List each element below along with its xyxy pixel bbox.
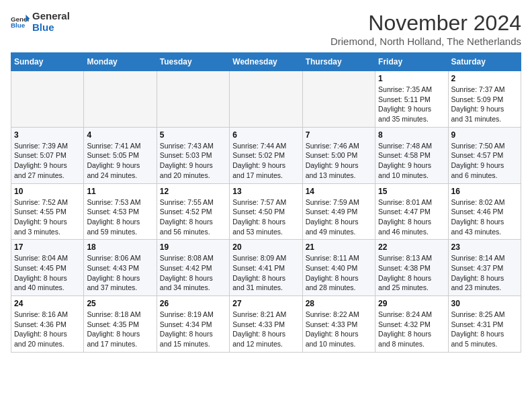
day-info: Sunrise: 7:53 AM Sunset: 4:53 PM Dayligh… xyxy=(87,197,153,237)
day-info: Sunrise: 7:35 AM Sunset: 5:11 PM Dayligh… xyxy=(378,85,445,124)
week-row-3: 10Sunrise: 7:52 AM Sunset: 4:55 PM Dayli… xyxy=(11,183,521,240)
cell-week4-day3: 20Sunrise: 8:09 AM Sunset: 4:41 PM Dayli… xyxy=(230,240,302,296)
day-number: 28 xyxy=(306,299,372,308)
cell-week3-day5: 15Sunrise: 8:01 AM Sunset: 4:47 PM Dayli… xyxy=(375,183,448,240)
cell-week3-day4: 14Sunrise: 7:59 AM Sunset: 4:49 PM Dayli… xyxy=(302,183,375,240)
week-row-5: 24Sunrise: 8:16 AM Sunset: 4:36 PM Dayli… xyxy=(11,296,521,353)
day-number: 15 xyxy=(378,187,445,196)
day-info: Sunrise: 7:55 AM Sunset: 4:52 PM Dayligh… xyxy=(160,197,226,237)
header-tuesday: Tuesday xyxy=(157,53,229,71)
header-monday: Monday xyxy=(84,53,157,71)
day-info: Sunrise: 7:44 AM Sunset: 5:02 PM Dayligh… xyxy=(232,141,299,181)
day-number: 1 xyxy=(378,74,445,83)
title-area: November 2024 Driemond, North Holland, T… xyxy=(330,11,521,47)
day-info: Sunrise: 8:14 AM Sunset: 4:37 PM Dayligh… xyxy=(451,253,518,293)
cell-week2-day0: 3Sunrise: 7:39 AM Sunset: 5:07 PM Daylig… xyxy=(11,127,84,183)
day-number: 27 xyxy=(232,299,299,308)
cell-week3-day0: 10Sunrise: 7:52 AM Sunset: 4:55 PM Dayli… xyxy=(11,183,84,240)
day-number: 29 xyxy=(378,299,445,308)
day-info: Sunrise: 8:04 AM Sunset: 4:45 PM Dayligh… xyxy=(14,253,81,293)
day-number: 3 xyxy=(14,130,81,140)
header-friday: Friday xyxy=(375,53,448,71)
cell-week5-day3: 27Sunrise: 8:21 AM Sunset: 4:33 PM Dayli… xyxy=(230,296,302,353)
cell-week1-day1 xyxy=(84,71,157,128)
day-number: 14 xyxy=(306,187,372,196)
day-info: Sunrise: 8:21 AM Sunset: 4:33 PM Dayligh… xyxy=(232,310,299,349)
day-info: Sunrise: 8:09 AM Sunset: 4:41 PM Dayligh… xyxy=(232,253,299,293)
location-title: Driemond, North Holland, The Netherlands xyxy=(330,36,521,47)
weekday-header-row: SundayMondayTuesdayWednesdayThursdayFrid… xyxy=(11,53,521,71)
day-info: Sunrise: 8:24 AM Sunset: 4:32 PM Dayligh… xyxy=(378,310,445,349)
week-row-1: 1Sunrise: 7:35 AM Sunset: 5:11 PM Daylig… xyxy=(11,71,521,128)
day-number: 2 xyxy=(451,74,518,83)
cell-week1-day6: 2Sunrise: 7:37 AM Sunset: 5:09 PM Daylig… xyxy=(448,71,521,128)
day-number: 30 xyxy=(451,299,518,308)
day-info: Sunrise: 8:18 AM Sunset: 4:35 PM Dayligh… xyxy=(87,310,153,349)
cell-week5-day0: 24Sunrise: 8:16 AM Sunset: 4:36 PM Dayli… xyxy=(11,296,84,353)
cell-week5-day6: 30Sunrise: 8:25 AM Sunset: 4:31 PM Dayli… xyxy=(448,296,521,353)
cell-week2-day1: 4Sunrise: 7:41 AM Sunset: 5:05 PM Daylig… xyxy=(84,127,157,183)
cell-week1-day5: 1Sunrise: 7:35 AM Sunset: 5:11 PM Daylig… xyxy=(375,71,448,128)
day-info: Sunrise: 8:22 AM Sunset: 4:33 PM Dayligh… xyxy=(306,310,372,349)
day-number: 21 xyxy=(306,242,372,252)
day-info: Sunrise: 8:16 AM Sunset: 4:36 PM Dayligh… xyxy=(14,310,81,349)
day-info: Sunrise: 7:37 AM Sunset: 5:09 PM Dayligh… xyxy=(451,85,518,124)
cell-week1-day0 xyxy=(11,71,84,128)
cell-week2-day4: 7Sunrise: 7:46 AM Sunset: 5:00 PM Daylig… xyxy=(302,127,375,183)
cell-week5-day5: 29Sunrise: 8:24 AM Sunset: 4:32 PM Dayli… xyxy=(375,296,448,353)
svg-text:Blue: Blue xyxy=(11,21,26,29)
cell-week4-day0: 17Sunrise: 8:04 AM Sunset: 4:45 PM Dayli… xyxy=(11,240,84,296)
day-number: 7 xyxy=(306,130,372,140)
day-info: Sunrise: 8:02 AM Sunset: 4:46 PM Dayligh… xyxy=(451,197,518,237)
day-info: Sunrise: 7:52 AM Sunset: 4:55 PM Dayligh… xyxy=(14,197,81,237)
day-number: 8 xyxy=(378,130,445,140)
cell-week3-day1: 11Sunrise: 7:53 AM Sunset: 4:53 PM Dayli… xyxy=(84,183,157,240)
day-info: Sunrise: 8:06 AM Sunset: 4:43 PM Dayligh… xyxy=(87,253,153,293)
week-row-2: 3Sunrise: 7:39 AM Sunset: 5:07 PM Daylig… xyxy=(11,127,521,183)
cell-week2-day6: 9Sunrise: 7:50 AM Sunset: 4:57 PM Daylig… xyxy=(448,127,521,183)
day-info: Sunrise: 8:19 AM Sunset: 4:34 PM Dayligh… xyxy=(160,310,226,349)
logo-icon: General Blue xyxy=(11,13,30,32)
cell-week1-day4 xyxy=(302,71,375,128)
day-info: Sunrise: 8:11 AM Sunset: 4:40 PM Dayligh… xyxy=(306,253,372,293)
cell-week5-day4: 28Sunrise: 8:22 AM Sunset: 4:33 PM Dayli… xyxy=(302,296,375,353)
day-number: 11 xyxy=(87,187,153,196)
cell-week4-day4: 21Sunrise: 8:11 AM Sunset: 4:40 PM Dayli… xyxy=(302,240,375,296)
day-number: 24 xyxy=(14,299,81,308)
day-number: 19 xyxy=(160,242,226,252)
day-number: 23 xyxy=(451,242,518,252)
cell-week3-day2: 12Sunrise: 7:55 AM Sunset: 4:52 PM Dayli… xyxy=(157,183,229,240)
day-info: Sunrise: 8:01 AM Sunset: 4:47 PM Dayligh… xyxy=(378,197,445,237)
day-number: 22 xyxy=(378,242,445,252)
day-number: 6 xyxy=(232,130,299,140)
day-info: Sunrise: 7:59 AM Sunset: 4:49 PM Dayligh… xyxy=(306,197,372,237)
logo: General Blue General Blue xyxy=(11,11,70,33)
month-title: November 2024 xyxy=(330,11,521,36)
day-number: 26 xyxy=(160,299,226,308)
day-info: Sunrise: 8:13 AM Sunset: 4:38 PM Dayligh… xyxy=(378,253,445,293)
logo-text-line2: Blue xyxy=(32,22,70,34)
day-number: 9 xyxy=(451,130,518,140)
day-info: Sunrise: 8:25 AM Sunset: 4:31 PM Dayligh… xyxy=(451,310,518,349)
day-info: Sunrise: 7:46 AM Sunset: 5:00 PM Dayligh… xyxy=(306,141,372,181)
header: General Blue General Blue November 2024 … xyxy=(11,11,521,47)
week-row-4: 17Sunrise: 8:04 AM Sunset: 4:45 PM Dayli… xyxy=(11,240,521,296)
day-info: Sunrise: 8:08 AM Sunset: 4:42 PM Dayligh… xyxy=(160,253,226,293)
day-number: 16 xyxy=(451,187,518,196)
header-sunday: Sunday xyxy=(11,53,84,71)
day-info: Sunrise: 7:57 AM Sunset: 4:50 PM Dayligh… xyxy=(232,197,299,237)
day-number: 18 xyxy=(87,242,153,252)
cell-week2-day3: 6Sunrise: 7:44 AM Sunset: 5:02 PM Daylig… xyxy=(230,127,302,183)
cell-week3-day3: 13Sunrise: 7:57 AM Sunset: 4:50 PM Dayli… xyxy=(230,183,302,240)
header-wednesday: Wednesday xyxy=(230,53,302,71)
cell-week4-day2: 19Sunrise: 8:08 AM Sunset: 4:42 PM Dayli… xyxy=(157,240,229,296)
day-number: 10 xyxy=(14,187,81,196)
cell-week2-day5: 8Sunrise: 7:48 AM Sunset: 4:58 PM Daylig… xyxy=(375,127,448,183)
cell-week1-day2 xyxy=(157,71,229,128)
cell-week2-day2: 5Sunrise: 7:43 AM Sunset: 5:03 PM Daylig… xyxy=(157,127,229,183)
day-number: 20 xyxy=(232,242,299,252)
cell-week3-day6: 16Sunrise: 8:02 AM Sunset: 4:46 PM Dayli… xyxy=(448,183,521,240)
day-number: 12 xyxy=(160,187,226,196)
cell-week5-day2: 26Sunrise: 8:19 AM Sunset: 4:34 PM Dayli… xyxy=(157,296,229,353)
day-number: 4 xyxy=(87,130,153,140)
